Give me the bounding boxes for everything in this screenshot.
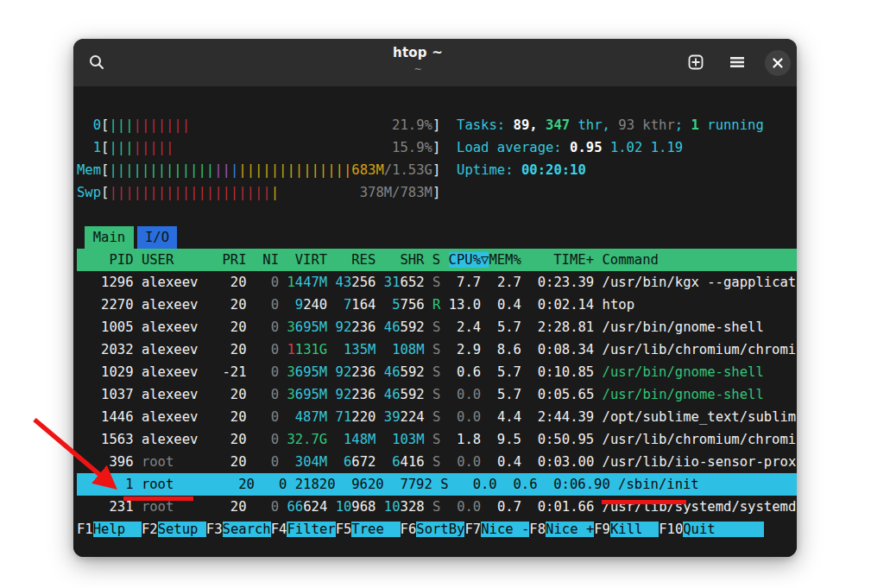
new-tab-button[interactable] xyxy=(681,47,710,77)
meter-line-swp: Swp[||||||||||||||||||||| 378M/783M] xyxy=(77,181,797,204)
title-wrap: htop ~ ~ xyxy=(177,45,659,75)
fkey-f3-label: F3 xyxy=(206,522,223,537)
blank-line xyxy=(77,204,797,226)
fkey-f1-help-button[interactable]: Help xyxy=(93,522,142,537)
window-subtitle: ~ xyxy=(177,64,659,75)
meter-line-0: 0[|||||||||| 21.9%] Tasks: 89, 347 thr, … xyxy=(77,114,797,136)
fkey-f3-search-button[interactable]: Search xyxy=(223,522,271,537)
meter-line-1: 1[|||||||| 15.9%] Load average: 0.95 1.0… xyxy=(77,136,797,159)
hamburger-menu-icon xyxy=(729,54,746,71)
fkey-f2-setup-button[interactable]: Setup xyxy=(158,522,206,537)
process-table-header[interactable]: PID USER PRI NI VIRT RES SHR S CPU%▽MEM%… xyxy=(77,249,797,271)
window-title: htop ~ xyxy=(177,45,659,60)
stats-line-2: Uptime: 00:20:10 xyxy=(457,162,586,178)
fkey-f10-label: F10 xyxy=(659,522,683,537)
process-row-pid-2270[interactable]: 2270 alexeev 20 0 9240 7164 5756 R 13.0 … xyxy=(77,294,797,316)
stats-line-0: Tasks: 89, 347 thr, 93 kthr; 1 running xyxy=(457,117,764,133)
screen-tabs: Main I/O xyxy=(77,226,797,249)
fkey-f7-label: F7 xyxy=(464,522,481,537)
fkey-f1-label: F1 xyxy=(77,522,93,537)
fkey-f7-nice--button[interactable]: Nice - xyxy=(481,522,529,537)
fkey-f10-quit-button[interactable]: Quit xyxy=(683,522,764,537)
process-row-pid-1[interactable]: 1 root 20 0 21820 9620 7792 S 0.0 0.6 0:… xyxy=(77,473,797,496)
process-row-pid-1296[interactable]: 1296 alexeev 20 0 1447M 43256 31652 S 7.… xyxy=(77,271,797,294)
menu-button[interactable] xyxy=(723,47,752,77)
meter-line-mem: Mem[||||||||||||||||||||||||||||||683M/1… xyxy=(77,159,797,181)
fkey-f8-label: F8 xyxy=(529,522,546,537)
process-row-pid-1446[interactable]: 1446 alexeev 20 0 487M 71220 39224 S 0.0… xyxy=(77,406,797,428)
tab-main[interactable]: Main xyxy=(85,226,133,249)
terminal-window: htop ~ ~ 0[|||||||||| xyxy=(73,39,797,557)
search-icon xyxy=(88,54,105,71)
titlebar: htop ~ ~ xyxy=(73,39,797,86)
fkey-f9-label: F9 xyxy=(594,522,610,537)
fkey-f5-label: F5 xyxy=(336,522,352,537)
htop-terminal[interactable]: 0[|||||||||| 21.9%] Tasks: 89, 347 thr, … xyxy=(73,86,797,557)
new-tab-icon xyxy=(687,54,704,71)
stats-line-1: Load average: 0.95 1.02 1.19 xyxy=(457,140,683,155)
process-row-pid-1037[interactable]: 1037 alexeev 20 0 3695M 92236 46592 S 0.… xyxy=(77,383,797,406)
process-row-pid-1563[interactable]: 1563 alexeev 20 0 32.7G 148M 103M S 1.8 … xyxy=(77,428,797,451)
fkey-f8-nice--button[interactable]: Nice + xyxy=(546,522,594,537)
fkey-f9-kill-button[interactable]: Kill xyxy=(610,522,659,537)
fkey-f4-label: F4 xyxy=(271,522,287,537)
function-key-bar: F1Help F2Setup F3SearchF4FilterF5Tree F6… xyxy=(77,518,797,541)
tab-io[interactable]: I/O xyxy=(137,226,178,249)
process-row-pid-231[interactable]: 231 root 20 0 66624 10968 10328 S 0.0 0.… xyxy=(77,496,797,518)
close-icon xyxy=(772,57,784,69)
process-row-pid-1029[interactable]: 1029 alexeev -21 0 3695M 92236 46592 S 0… xyxy=(77,361,797,383)
fkey-f2-label: F2 xyxy=(142,522,158,537)
fkey-f5-tree-button[interactable]: Tree xyxy=(351,522,400,537)
fkey-f6-label: F6 xyxy=(401,522,417,537)
fkey-f6-sortby-button[interactable]: SortBy xyxy=(416,522,464,537)
close-button[interactable] xyxy=(765,50,791,76)
process-row-pid-1005[interactable]: 1005 alexeev 20 0 3695M 92236 46592 S 2.… xyxy=(77,316,797,338)
fkey-f4-filter-button[interactable]: Filter xyxy=(287,522,335,537)
process-row-pid-2032[interactable]: 2032 alexeev 20 0 1131G 135M 108M S 2.9 … xyxy=(77,338,797,361)
process-row-pid-396[interactable]: 396 root 20 0 304M 6672 6416 S 0.0 0.4 0… xyxy=(77,451,797,473)
search-button[interactable] xyxy=(82,47,111,77)
